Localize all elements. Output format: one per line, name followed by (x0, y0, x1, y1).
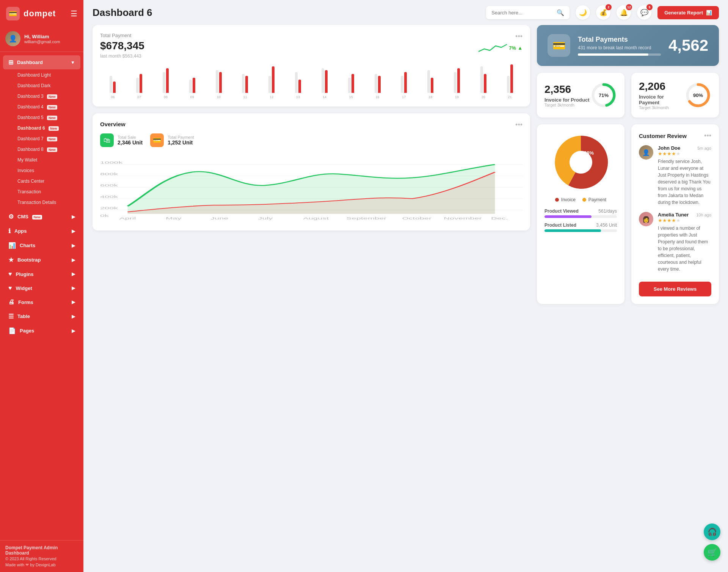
notification-button[interactable]: 🔔 12 (617, 5, 631, 20)
hamburger-icon[interactable]: ☰ (71, 9, 77, 18)
sidebar-item-dashboard-7[interactable]: Dashboard 7 New (3, 133, 80, 144)
cart-float-button[interactable]: 🛒 (704, 544, 720, 561)
footer-title: Dompet Payment Admin Dashboard (5, 545, 78, 556)
pie-chart-svg: 62% 38% (551, 132, 611, 193)
headset-icon: 🎧 (708, 527, 717, 536)
overview-menu-dots[interactable]: ••• (515, 121, 522, 129)
sidebar-table-section[interactable]: ☰ Table ▶ (3, 309, 80, 323)
sidebar-charts-section[interactable]: 📊 Charts ▶ (3, 238, 80, 252)
overview-stats: 🛍 Total Sale 2,346 Unit 💳 Total Payment … (100, 133, 522, 147)
reviewer-1-time: 5m ago (697, 146, 711, 150)
overview-card: Overview ••• 🛍 Total Sale 2,346 Unit 💳 (93, 113, 530, 230)
card-menu-dots[interactable]: ••• (515, 33, 522, 41)
chevron-right-icon: ▶ (72, 214, 75, 219)
bar-gray-9 (348, 78, 351, 93)
bar-label-15: 21 (497, 95, 522, 99)
invoice-product-donut: 71% (590, 82, 617, 108)
sidebar-item-dashboard-dark[interactable]: Dashboard Dark (3, 80, 80, 91)
sidebar-item-cards-center[interactable]: Cards Center (3, 176, 80, 186)
widget-label: Widget (16, 285, 32, 291)
see-more-label: See More Reviews (654, 286, 697, 292)
svg-text:600k: 600k (100, 183, 118, 187)
sidebar-item-dashboard-5[interactable]: Dashboard 5 New (3, 112, 80, 123)
sidebar-item-dashboard-light[interactable]: Dashboard Light (3, 70, 80, 80)
product-viewed-bar (544, 215, 617, 218)
sidebar-item-dashboard-8[interactable]: Dashboard 8 New (3, 144, 80, 155)
svg-text:62%: 62% (571, 163, 581, 169)
bar-gray-12 (427, 70, 430, 93)
sidebar-bootstrap-section[interactable]: ★ Bootstrap ▶ (3, 253, 80, 267)
payment-legend-label: Payment (588, 197, 606, 202)
svg-text:June: June (210, 216, 228, 220)
sidebar-item-my-wallet[interactable]: My Wallet (3, 155, 80, 165)
trend-value: 7% ▲ (509, 45, 522, 51)
sidebar-apps-section[interactable]: ℹ Apps ▶ (3, 224, 80, 238)
charts-label: Charts (20, 243, 35, 248)
svg-text:May: May (166, 216, 182, 220)
forms-icon: 🖨 (8, 299, 14, 306)
chevron-right-icon3: ▶ (72, 243, 75, 248)
sidebar-item-dashboard-3[interactable]: Dashboard 3 New (3, 91, 80, 102)
svg-text:November: November (444, 216, 482, 220)
sidebar-cms-section[interactable]: ⚙ CMS New ▶ (3, 210, 80, 224)
bar-label-13: 19 (444, 95, 470, 99)
bar-group-2 (153, 68, 179, 93)
wallet-button[interactable]: 💰 2 (596, 5, 610, 20)
chevron-down-icon: ▼ (71, 60, 75, 65)
reviewer-2-time: 10h ago (696, 213, 711, 217)
search-box[interactable]: 🔍 (486, 6, 570, 19)
cart-icon: 🛒 (708, 548, 717, 557)
blue-progress-bar (578, 53, 661, 56)
bar-gray-6 (268, 76, 271, 93)
support-float-button[interactable]: 🎧 (704, 523, 720, 540)
bar-red-6 (272, 66, 275, 93)
search-icon: 🔍 (557, 9, 564, 16)
charts-icon: 📊 (8, 242, 16, 249)
bar-label-0: 06 (100, 95, 126, 99)
sidebar-item-invoices[interactable]: Invoices (3, 165, 80, 176)
messages-button[interactable]: 💬 5 (637, 5, 651, 20)
see-more-reviews-button[interactable]: See More Reviews (639, 282, 711, 296)
svg-text:200k: 200k (100, 206, 118, 210)
pie-chart-card: 62% 38% Invoice Payment (537, 124, 624, 304)
sidebar-item-transaction[interactable]: Transaction (3, 186, 80, 197)
review-menu-dots[interactable]: ••• (704, 132, 711, 140)
product-listed-stat: Product Listed 3,456 Unit (544, 223, 617, 232)
sidebar-widget-section[interactable]: ♥ Widget ▶ (3, 281, 80, 295)
sidebar-footer: Dompet Payment Admin Dashboard © 2023 Al… (0, 540, 83, 572)
bar-group-0 (100, 76, 126, 93)
chat-icon: 💬 (640, 9, 648, 17)
trend-sparkline (479, 42, 509, 53)
sidebar-plugins-section[interactable]: ♥ Plugins ▶ (3, 267, 80, 281)
sidebar-item-transaction-details[interactable]: Transaction Details (3, 197, 80, 208)
bar-group-14 (471, 66, 496, 93)
bar-group-11 (391, 72, 417, 93)
logo-text: dompet (24, 9, 56, 19)
sidebar-forms-section[interactable]: 🖨 Forms ▶ (3, 295, 80, 309)
bar-group-3 (179, 78, 205, 93)
bar-group-8 (312, 68, 337, 93)
generate-report-button[interactable]: Generate Report 📊 (657, 6, 719, 19)
bar-label-8: 14 (312, 95, 337, 99)
sidebar-pages-section[interactable]: 📄 Pages ▶ (3, 324, 80, 338)
sidebar-item-dashboard-4[interactable]: Dashboard 4 New (3, 102, 80, 112)
sidebar-dashboard-section[interactable]: ⊞ Dashboard ▼ (3, 55, 80, 69)
sidebar-logo[interactable]: 💳 dompet ☰ (0, 0, 83, 27)
wallet-badge: 2 (606, 4, 612, 10)
chevron-right-icon6: ▶ (72, 285, 75, 291)
avatar: 👤 (5, 31, 20, 46)
dark-mode-toggle[interactable]: 🌙 (576, 5, 590, 20)
reviewer-1-name: John Doe (658, 145, 680, 151)
invoice-legend-dot (555, 198, 559, 202)
bar-red-14 (484, 74, 486, 93)
product-stats: Product Viewed 561/days Product Listed 3… (544, 208, 617, 232)
chat-badge: 5 (646, 4, 653, 10)
pie-legend: Invoice Payment (544, 197, 617, 202)
product-listed-bar (544, 229, 617, 232)
total-payment-card: Total Payment $678,345 last month $563,4… (93, 25, 530, 107)
bar-gray-0 (110, 76, 112, 93)
sidebar-item-dashboard-6[interactable]: Dashboard 6 New (3, 123, 80, 133)
search-input[interactable] (491, 10, 554, 16)
bar-gray-13 (454, 72, 457, 93)
bell-icon: 🔔 (620, 9, 628, 17)
